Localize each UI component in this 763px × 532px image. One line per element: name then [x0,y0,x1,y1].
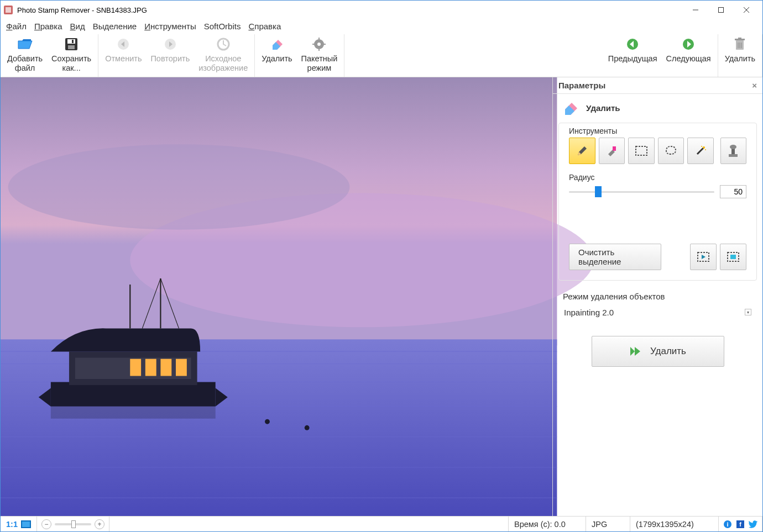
folder-open-icon [17,36,33,52]
image-canvas[interactable] [1,77,552,516]
close-button[interactable] [734,1,759,19]
load-selection-button[interactable] [690,244,717,270]
svg-rect-17 [312,44,315,45]
mode-label: Режим удаления объектов [553,281,762,304]
rectangle-select-icon [635,146,647,156]
svg-rect-3 [719,8,724,13]
pencil-tool-button[interactable] [569,138,595,164]
panel-close-icon[interactable]: × [752,81,757,90]
menu-softorbits[interactable]: SoftOrbits [204,22,241,31]
lasso-icon [665,145,677,157]
menu-help[interactable]: Справка [248,22,281,31]
menu-selection[interactable]: Выделение [93,22,137,31]
eraser-icon [269,36,285,52]
arrow-left-icon [625,36,640,52]
facebook-icon[interactable]: f [736,520,744,528]
arrow-right-icon [681,36,696,52]
zoom-reset-button[interactable]: 1:1 [6,520,18,529]
svg-point-58 [701,146,702,147]
window-controls [683,1,759,19]
tool-title: Удалить [586,103,620,113]
svg-rect-55 [636,146,647,155]
svg-rect-54 [613,146,616,151]
clone-stamp-tool-button[interactable] [720,138,747,164]
run-remove-button[interactable]: Удалить [592,336,724,367]
zoom-out-button[interactable]: − [41,519,51,529]
svg-rect-9 [68,45,75,49]
redo-button[interactable]: Повторить [146,34,194,77]
prev-image-button[interactable]: Предыдущая [604,34,662,77]
eraser-icon [563,102,578,115]
menu-file[interactable]: Файл [6,22,27,31]
svg-text:i: i [727,521,728,528]
menu-tools[interactable]: Инструменты [144,22,196,31]
marker-tool-button[interactable] [599,138,625,164]
zoom-in-button[interactable]: + [95,519,104,529]
svg-rect-60 [729,154,738,157]
selection-load-icon [697,252,709,262]
svg-text:f: f [739,521,741,528]
svg-rect-8 [72,40,74,43]
mode-value: Inpainting 2.0 [564,308,614,317]
svg-point-53 [305,425,310,430]
maximize-button[interactable] [708,1,734,19]
svg-rect-38 [51,382,216,406]
parameters-panel: Параметры × Удалить Инструменты Радиус [552,77,762,516]
menu-view[interactable]: Вид [70,22,85,31]
redo-icon [163,36,178,52]
twitter-icon[interactable] [749,520,757,528]
status-dimensions: (1799x1395x24) [630,517,719,531]
fit-screen-icon[interactable] [21,520,31,528]
selection-save-icon [727,252,739,262]
svg-rect-7 [67,39,75,44]
rectangle-tool-button[interactable] [628,138,655,164]
delete-image-button[interactable]: Удалить [720,34,760,77]
menu-edit[interactable]: Правка [34,22,62,31]
svg-rect-15 [318,38,320,40]
svg-rect-65 [730,255,736,259]
stamp-icon [728,144,739,157]
remove-button[interactable]: Удалить [257,34,296,77]
play-icon [629,346,641,357]
svg-rect-51 [51,406,216,418]
radius-slider[interactable] [569,186,714,197]
mode-select[interactable]: Inpainting 2.0 ▾ [563,304,752,320]
original-image-button[interactable]: Исходноеизображение [194,34,252,77]
clear-selection-button[interactable]: Очистить выделение [569,244,661,270]
gear-icon [311,36,327,52]
svg-point-59 [705,149,706,150]
svg-rect-44 [145,359,156,376]
toolbar: Добавить файл Сохранить как... Отменить … [1,34,762,77]
svg-rect-1 [6,7,11,13]
svg-rect-18 [323,44,326,45]
svg-rect-46 [176,359,187,376]
trash-icon [732,36,748,52]
app-icon [4,6,13,14]
marker-icon [605,145,618,157]
svg-rect-43 [130,359,141,376]
batch-mode-button[interactable]: Пакетныйрежим [297,34,342,77]
pencil-icon [576,145,588,157]
magic-wand-tool-button[interactable] [687,138,714,164]
radius-input[interactable] [720,185,746,198]
status-spacer [109,517,509,531]
undo-button[interactable]: Отменить [101,34,146,77]
save-as-button[interactable]: Сохранить как... [47,34,96,77]
panel-title: Параметры [558,81,605,90]
restore-icon [216,36,231,52]
content-area: Параметры × Удалить Инструменты Радиус [1,77,762,516]
next-image-button[interactable]: Следующая [662,34,715,77]
undo-icon [116,36,131,52]
zoom-slider[interactable] [55,523,91,525]
save-selection-button[interactable] [720,244,746,270]
menubar: Файл Правка Вид Выделение Инструменты So… [1,19,762,34]
svg-point-62 [730,145,736,149]
info-icon[interactable]: i [723,520,732,529]
svg-rect-23 [738,38,741,39]
minimize-button[interactable] [683,1,708,19]
radius-label: Радиус [559,170,756,184]
svg-line-56 [697,148,703,154]
lasso-tool-button[interactable] [658,138,684,164]
add-file-button[interactable]: Добавить файл [3,34,47,77]
svg-rect-45 [160,359,171,376]
